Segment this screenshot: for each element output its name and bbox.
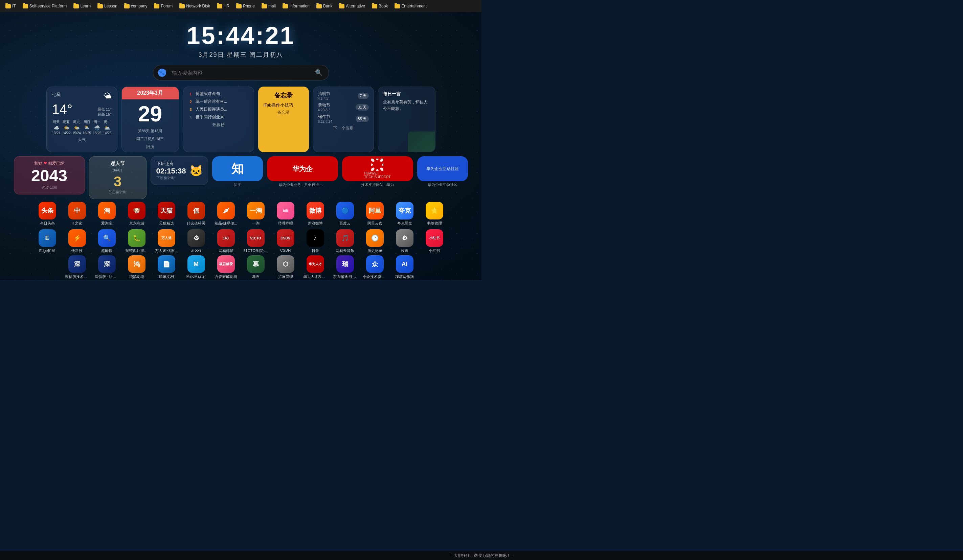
app-item-历史记录[interactable]: 🕐历史记录: [363, 229, 387, 253]
app-item-虫部落·让搜索...[interactable]: 🐛虫部落·让搜索...: [125, 229, 149, 253]
app-item-夸克网盘[interactable]: 夸克夸克网盘: [392, 202, 417, 226]
bookmark-item-network-disk[interactable]: Network Disk: [177, 3, 213, 10]
app-item-深信服技术论...[interactable]: 深深信服技术论...: [65, 255, 89, 279]
bookmark-item-book[interactable]: Book: [369, 3, 391, 10]
app-item-东方瑞通·终身...[interactable]: 瑞东方瑞通·终身...: [333, 255, 357, 279]
work-cat-emoji: 🐱: [190, 164, 203, 177]
app-item-51CTO学院·I...[interactable]: 51CTO51CTO学院·I...: [244, 229, 268, 253]
love-counter-widget[interactable]: 和她 ❤ 相爱已经 2043 恋爱日期: [14, 156, 85, 194]
bookmark-item-information[interactable]: Information: [280, 3, 312, 10]
app-item-IT之家[interactable]: 中IT之家: [65, 202, 89, 226]
app-item-辣品·赚尽便...[interactable]: 🌶辣品·赚尽便...: [214, 202, 238, 226]
huawei-support-shortcut[interactable]: HUAWEITECH SUPPORT: [342, 156, 413, 181]
bookmark-item-phone[interactable]: Phone: [233, 3, 258, 10]
shortcut-wrapper-4: 华为企 华为企业业务 - 共创行业新价值: [267, 156, 338, 199]
app-item-超能搜[interactable]: 🔍超能搜: [95, 229, 119, 253]
app-item-吾爱破解论坛[interactable]: 破吾解爱吾爱破解论坛: [214, 255, 238, 279]
search-input[interactable]: [172, 70, 311, 76]
hot-search-item[interactable]: 1博鳌演讲金句: [188, 91, 249, 97]
shortcuts-row: 和她 ❤ 相爱已经 2043 恋爱日期 愚人节 04-01 3 节日倒计时 下班…: [14, 156, 468, 199]
folder-icon: [97, 4, 103, 8]
app-item-幕布[interactable]: 幕幕布: [244, 255, 268, 279]
app-item-京东商城[interactable]: 🐶京东商城: [125, 202, 149, 226]
app-item-网易云音乐[interactable]: 🎵网易云音乐: [333, 229, 357, 253]
app-icon: 鸿: [128, 255, 146, 273]
bookmark-item-it[interactable]: IT: [3, 3, 19, 10]
hot-search-item[interactable]: 3人民日报评演员...: [188, 107, 249, 112]
app-item-新浪微博[interactable]: 微博新浪微博: [303, 202, 327, 226]
bookmark-item-lesson[interactable]: Lesson: [95, 3, 120, 10]
search-submit-button[interactable]: 🔍: [314, 68, 324, 78]
search-engine-icon[interactable]: 🐾: [158, 69, 166, 77]
bookmark-item-learn[interactable]: Learn: [71, 3, 93, 10]
hot-search-item[interactable]: 2统一后台湾有何...: [188, 99, 249, 105]
bookmark-item-hr[interactable]: HR: [214, 3, 232, 10]
app-icon: ⬡: [277, 255, 294, 273]
work-text: 下班还有 02:15:38 下班倒计时: [156, 161, 186, 181]
app-item-腾讯文档[interactable]: 📄腾讯文档: [154, 255, 179, 279]
zhihu-shortcut[interactable]: 知: [212, 156, 263, 181]
app-item-快科技[interactable]: ⚡快科技: [65, 229, 89, 253]
app-item-阿里云盘[interactable]: 阿里阿里云盘: [363, 202, 387, 226]
app-item-Edge扩展[interactable]: EEdge扩展: [35, 229, 60, 253]
app-item-天猫精选[interactable]: 天猫天猫精选: [154, 202, 179, 226]
app-item-抖音[interactable]: ♪抖音: [303, 229, 327, 253]
app-item-小众技术资源库[interactable]: 众小众技术资源库: [363, 255, 387, 279]
app-item-MindMaster[interactable]: MMindMaster: [184, 255, 208, 279]
app-icon: 中: [68, 202, 86, 220]
app-icon: 天猫: [158, 202, 175, 220]
bookmark-item-mail[interactable]: mail: [259, 3, 279, 10]
app-icon: 淘: [98, 202, 116, 220]
holiday-item: 端午节6.22-6.2485 天: [318, 114, 369, 123]
work-time: 02:15:38: [156, 167, 186, 175]
app-label: 鸿鹄论坛: [125, 274, 149, 279]
love-text: 和她 ❤ 相爱已经: [19, 161, 79, 167]
folder-icon: [339, 4, 344, 8]
bookmark-item-entertainment[interactable]: Entertainment: [392, 3, 430, 10]
app-item-鸿鹄论坛[interactable]: 鸿鸿鹄论坛: [125, 255, 149, 279]
app-item-华为人才发展中心[interactable]: 华为人才华为人才发展中心: [303, 255, 327, 279]
love-label: 恋爱日期: [19, 185, 79, 190]
app-icon: 微博: [306, 202, 324, 220]
app-label: 哔哩哔哩: [273, 221, 298, 226]
shortcut-wrapper-5: HUAWEITECH SUPPORT 技术支持网站 - 华为: [342, 156, 413, 199]
folder-icon: [73, 4, 79, 8]
app-item-CSDN[interactable]: CSDNCSDN: [273, 229, 298, 253]
app-icon: E: [39, 229, 56, 247]
app-item-深信服 · 让每...[interactable]: 深深信服 · 让每...: [95, 255, 119, 279]
app-item-书签管理[interactable]: ⭐书签管理: [422, 202, 447, 226]
bookmark-item-self-service-platform[interactable]: Self-service Platform: [20, 3, 70, 10]
app-item-秘塔写作猫[interactable]: AI秘塔写作猫: [392, 255, 417, 279]
app-item-小红书[interactable]: 小红书小红书: [422, 229, 447, 253]
app-label: 秘塔写作猫: [392, 274, 417, 279]
app-item-今日头条[interactable]: 头条今日头条: [35, 202, 60, 226]
app-label: 虫部落·让搜索...: [125, 248, 149, 253]
app-item-哔哩哔哩[interactable]: bili哔哩哔哩: [273, 202, 298, 226]
memo-widget[interactable]: 备忘录 iTab操作小技巧 备忘录: [258, 87, 309, 152]
app-item-网易邮箱[interactable]: 163网易邮箱: [214, 229, 238, 253]
holiday-countdown-widget[interactable]: 愚人节 04-01 3 节日倒计时: [89, 156, 146, 199]
app-item-设置[interactable]: ⚙设置: [392, 229, 417, 253]
app-icon: bili: [277, 202, 294, 220]
app-item-百度云[interactable]: 🔵百度云: [333, 202, 357, 226]
app-item-扩展管理[interactable]: ⬡扩展管理: [273, 255, 298, 279]
app-item-什么值得买[interactable]: 值什么值得买: [184, 202, 208, 226]
bookmark-item-forum[interactable]: Forum: [151, 3, 175, 10]
app-item-一淘[interactable]: 一淘一淘: [244, 202, 268, 226]
app-icon: 🐛: [128, 229, 146, 247]
hot-search-item[interactable]: 4携手同行创业来: [188, 114, 249, 120]
work-countdown-widget[interactable]: 下班还有 02:15:38 下班倒计时 🐱: [151, 156, 208, 185]
huawei-community-shortcut[interactable]: 华为企业互动社区: [417, 156, 468, 181]
holiday-item: 清明节4.5-4.57 天: [318, 91, 369, 100]
app-item-爱淘宝[interactable]: 淘爱淘宝: [95, 202, 119, 226]
app-item-万人迷·优质...[interactable]: 万人迷万人迷·优质...: [154, 229, 179, 253]
bookmark-item-alternative[interactable]: Alternative: [336, 3, 368, 10]
search-bar[interactable]: 🐾 🔍: [153, 65, 329, 81]
app-label: 什么值得买: [184, 221, 208, 226]
app-item-uTools[interactable]: ⚙uTools: [184, 229, 208, 253]
app-icon: 📄: [158, 255, 175, 273]
app-label: 新浪微博: [303, 221, 327, 226]
bookmark-item-company[interactable]: company: [122, 3, 150, 10]
bookmark-item-bank[interactable]: Bank: [314, 3, 335, 10]
huawei-enterprise-shortcut[interactable]: 华为企: [267, 156, 338, 181]
